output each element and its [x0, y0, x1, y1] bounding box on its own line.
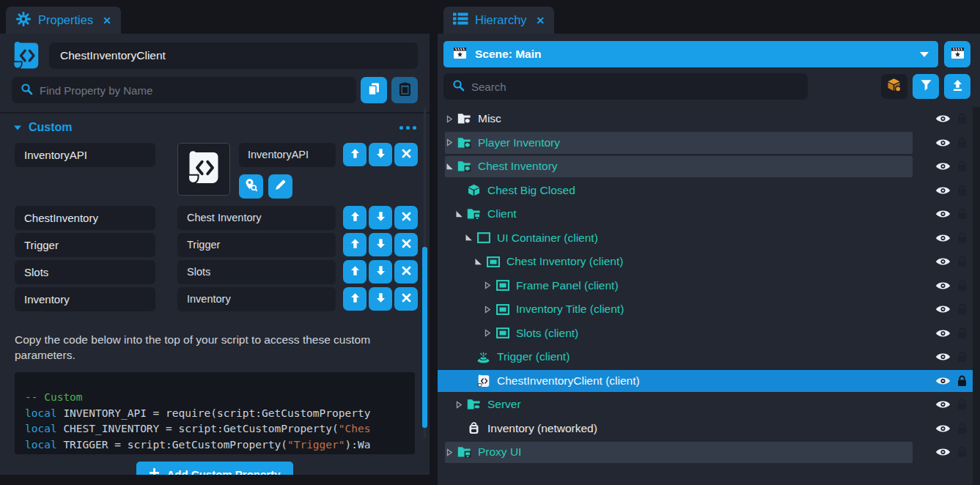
move-down-button[interactable] — [369, 233, 392, 256]
lock-icon[interactable] — [957, 160, 967, 172]
eye-icon[interactable] — [935, 162, 951, 171]
move-up-button[interactable] — [343, 143, 366, 166]
tree-row-chest-inventory-client[interactable]: Chest Inventory (client) — [438, 250, 980, 274]
custom-section-header[interactable]: Custom — [0, 114, 430, 138]
move-down-button[interactable] — [369, 143, 392, 166]
tree-row-chest-big-closed[interactable]: Chest Big Closed — [438, 179, 980, 203]
eye-icon[interactable] — [935, 185, 951, 195]
expand-arrow-icon[interactable] — [483, 281, 493, 290]
eye-icon[interactable] — [935, 305, 951, 314]
property-search-input[interactable] — [40, 84, 347, 97]
code-snippet[interactable]: -- Customlocal INVENTORY_API = require(s… — [15, 372, 415, 454]
scene-manager-button[interactable] — [944, 41, 970, 67]
property-value-field[interactable]: Chest Inventory — [177, 206, 336, 230]
hierarchy-search[interactable] — [443, 73, 808, 100]
tree-row-ui-container-client[interactable]: UI Container (client) — [438, 226, 980, 251]
property-value-field[interactable]: Inventory — [177, 287, 336, 311]
expand-arrow-icon[interactable] — [483, 328, 493, 338]
eye-icon[interactable] — [935, 233, 951, 242]
eye-icon[interactable] — [935, 400, 951, 410]
expand-arrow-icon[interactable] — [445, 448, 454, 457]
collapse-arrow-icon[interactable] — [445, 162, 454, 171]
tree-row-slots-client[interactable]: Slots (client) — [438, 322, 980, 346]
tree-row-player-inventory[interactable]: Player Inventory — [438, 131, 980, 155]
asset-thumbnail[interactable] — [177, 143, 230, 196]
remove-property-button[interactable] — [394, 143, 418, 166]
tree-row-chestinventoryclient-client[interactable]: ChestInventoryClient (client) — [438, 369, 980, 393]
ellipsis-icon[interactable] — [399, 126, 416, 130]
lock-icon[interactable] — [957, 113, 967, 125]
tree-row-misc[interactable]: Misc — [438, 107, 980, 131]
expand-arrow-icon[interactable] — [454, 400, 464, 410]
move-down-button[interactable] — [369, 206, 392, 229]
lock-icon[interactable] — [957, 232, 967, 244]
lock-icon[interactable] — [957, 375, 967, 387]
find-in-catalog-button[interactable] — [239, 174, 263, 199]
tree-row-server[interactable]: Server — [438, 393, 980, 417]
close-icon[interactable]: ✕ — [103, 15, 111, 26]
eye-icon[interactable] — [935, 352, 951, 362]
lock-icon[interactable] — [957, 303, 967, 315]
eye-icon[interactable] — [935, 257, 951, 267]
asset-reference-field[interactable]: InventoryAPI — [239, 143, 336, 167]
expand-arrow-icon[interactable] — [483, 305, 493, 314]
eye-icon[interactable] — [935, 376, 951, 385]
property-value-field[interactable]: Slots — [177, 260, 336, 284]
property-name-field[interactable]: Trigger — [15, 233, 155, 257]
move-down-button[interactable] — [369, 260, 392, 284]
close-icon[interactable]: ✕ — [537, 15, 545, 26]
property-name-field[interactable]: InventoryAPI — [15, 143, 155, 167]
eye-icon[interactable] — [935, 328, 951, 338]
collapse-arrow-icon[interactable] — [464, 233, 474, 242]
property-search[interactable] — [12, 77, 356, 103]
tab-properties[interactable]: Properties ✕ — [6, 7, 121, 34]
hierarchy-search-input[interactable] — [471, 81, 799, 93]
remove-property-button[interactable] — [394, 260, 418, 284]
object-name-field[interactable] — [49, 42, 418, 69]
scrollbar-thumb[interactable] — [422, 247, 427, 428]
edit-script-button[interactable] — [268, 174, 292, 199]
lock-icon[interactable] — [957, 256, 967, 267]
tab-hierarchy[interactable]: Hierarchy ✕ — [443, 7, 554, 34]
add-custom-property-button[interactable]: Add Custom Property — [136, 462, 292, 475]
property-name-field[interactable]: ChestInventory — [15, 206, 155, 230]
copy-properties-button[interactable] — [361, 77, 387, 103]
paste-properties-button[interactable] — [391, 77, 418, 103]
export-button[interactable] — [944, 74, 970, 99]
eye-icon[interactable] — [935, 448, 951, 457]
lock-icon[interactable] — [957, 137, 967, 149]
filter-button[interactable] — [913, 74, 939, 99]
property-name-field[interactable]: Slots — [15, 260, 155, 284]
tree-row-inventory-title-client[interactable]: Inventory Title (client) — [438, 297, 980, 322]
eye-icon[interactable] — [935, 423, 951, 433]
scene-selector-dropdown[interactable]: Scene: Main — [443, 41, 938, 67]
property-name-field[interactable]: Inventory — [15, 287, 155, 311]
lock-icon[interactable] — [957, 280, 967, 292]
lock-icon[interactable] — [957, 423, 967, 434]
collapse-arrow-icon[interactable] — [454, 210, 464, 219]
remove-property-button[interactable] — [394, 206, 418, 229]
expand-arrow-icon[interactable] — [445, 114, 454, 124]
collapse-arrow-icon[interactable] — [474, 257, 483, 267]
property-value-field[interactable]: Trigger — [177, 233, 336, 257]
lock-icon[interactable] — [957, 446, 967, 458]
tree-row-trigger-client[interactable]: Trigger (client) — [438, 345, 980, 369]
move-up-button[interactable] — [343, 260, 366, 284]
move-up-button[interactable] — [343, 206, 366, 229]
move-up-button[interactable] — [343, 233, 366, 256]
eye-icon[interactable] — [935, 138, 951, 147]
tree-row-client[interactable]: Client — [438, 202, 980, 226]
move-up-button[interactable] — [343, 287, 366, 311]
lock-icon[interactable] — [957, 327, 967, 339]
remove-property-button[interactable] — [394, 287, 418, 311]
lock-icon[interactable] — [957, 185, 967, 196]
expand-arrow-icon[interactable] — [445, 138, 454, 147]
tree-row-chest-inventory[interactable]: Chest Inventory — [438, 155, 980, 179]
eye-icon[interactable] — [935, 210, 951, 219]
remove-property-button[interactable] — [394, 233, 418, 256]
move-down-button[interactable] — [369, 287, 392, 311]
eye-icon[interactable] — [935, 114, 951, 124]
tree-row-proxy-ui[interactable]: Proxy UI — [438, 440, 980, 464]
tree-row-inventory-networked[interactable]: Inventory (networked) — [438, 417, 980, 441]
asset-cube-button[interactable] — [881, 74, 907, 99]
